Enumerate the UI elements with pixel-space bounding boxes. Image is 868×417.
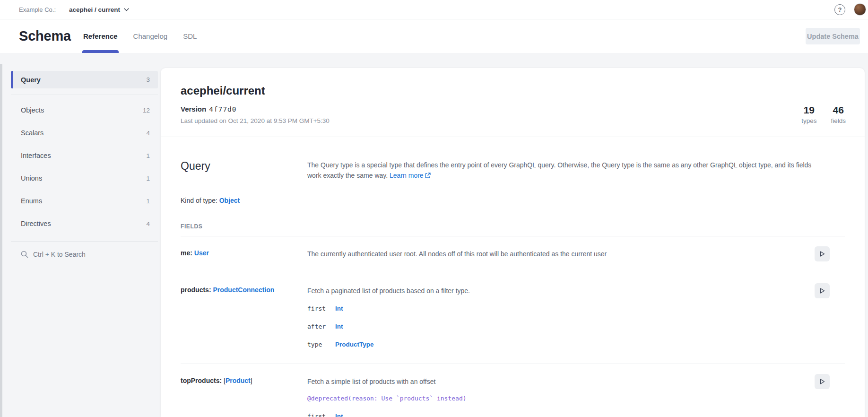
- tab-reference[interactable]: Reference: [82, 19, 119, 53]
- count-badge: 1: [146, 198, 150, 205]
- schema-stats: 19 types 46 fields: [801, 104, 846, 124]
- tab-bar: Reference Changelog SDL: [82, 19, 198, 53]
- graph-version-header: acephei/current Version4f77d0 Last updat…: [161, 68, 865, 137]
- type-description: The Query type is a special type that de…: [307, 160, 845, 181]
- count-badge: 1: [146, 175, 150, 182]
- run-in-explorer-button[interactable]: [815, 374, 830, 389]
- last-updated: Last updated on Oct 21, 2020 at 9:53 PM …: [181, 117, 330, 124]
- search-icon: [21, 251, 28, 258]
- field-description: The currently authenticated user root. A…: [307, 249, 793, 259]
- graph-selector-label: acephei / current: [69, 6, 120, 13]
- argument-row: firstInt: [307, 304, 793, 313]
- count-badge: 4: [146, 130, 150, 137]
- page-header: Schema Reference Changelog SDL Update Sc…: [0, 19, 868, 53]
- sidebar-item-objects[interactable]: Objects 12: [11, 99, 158, 122]
- field-row-topproducts: topProducts: [Product] Fetch a simple li…: [181, 364, 845, 417]
- count-badge: 1: [146, 152, 150, 159]
- field-type-link[interactable]: User: [194, 249, 209, 257]
- field-signature: me: User: [181, 249, 307, 259]
- graph-title: acephei/current: [181, 84, 330, 97]
- kind-value-link[interactable]: Object: [219, 197, 240, 204]
- schema-reference-card: acephei/current Version4f77d0 Last updat…: [161, 68, 865, 417]
- chevron-down-icon: [124, 8, 129, 11]
- arg-type-link[interactable]: Int: [335, 305, 343, 312]
- field-type-link[interactable]: ProductConnection: [213, 286, 274, 294]
- field-description: Fetch a simple list of products with an …: [307, 377, 793, 386]
- graph-selector-dropdown[interactable]: acephei / current: [69, 6, 129, 13]
- field-description: Fetch a paginated list of products based…: [307, 286, 793, 295]
- kind-of-type: Kind of type: Object: [181, 197, 845, 204]
- sidebar-item-enums[interactable]: Enums 1: [11, 190, 158, 212]
- external-link-icon: [425, 171, 431, 181]
- left-scrollbar[interactable]: [0, 64, 2, 417]
- fields-heading: FIELDS: [181, 223, 845, 230]
- search-trigger[interactable]: Ctrl + K to Search: [11, 251, 158, 258]
- argument-row: typeProductType: [307, 339, 793, 349]
- sidebar-item-query[interactable]: Query 3: [11, 71, 158, 88]
- version-hash: 4f77d0: [209, 105, 236, 113]
- run-in-explorer-button[interactable]: [815, 283, 830, 298]
- sidebar-item-directives[interactable]: Directives 4: [11, 212, 158, 235]
- argument-row: firstInt: [307, 411, 793, 417]
- type-section-query: Query The Query type is a special type t…: [161, 137, 865, 417]
- count-badge: 12: [143, 107, 150, 114]
- divider: [11, 95, 158, 95]
- count-badge: 4: [146, 220, 150, 227]
- field-row-me: me: User The currently authenticated use…: [181, 236, 845, 273]
- play-icon: [819, 378, 825, 385]
- play-icon: [819, 287, 825, 294]
- org-label: Example Co.:: [19, 6, 56, 13]
- field-signature: topProducts: [Product]: [181, 377, 307, 417]
- tab-sdl[interactable]: SDL: [182, 19, 198, 53]
- argument-row: afterInt: [307, 321, 793, 331]
- page-title: Schema: [19, 28, 71, 44]
- schema-nav-sidebar: Query 3 Objects 12 Scalars 4 Interfaces …: [11, 71, 158, 258]
- stat-fields: 46 fields: [831, 104, 846, 124]
- learn-more-link[interactable]: Learn more: [390, 172, 424, 179]
- stat-types: 19 types: [801, 104, 816, 124]
- field-signature: products: ProductConnection: [181, 286, 307, 349]
- tab-changelog[interactable]: Changelog: [132, 19, 169, 53]
- field-row-products: products: ProductConnection Fetch a pagi…: [181, 273, 845, 364]
- count-badge: 3: [146, 76, 150, 83]
- version-line: Version4f77d0: [181, 105, 330, 113]
- top-bar: Example Co.: acephei / current ?: [0, 0, 868, 19]
- help-icon[interactable]: ?: [834, 4, 845, 15]
- avatar[interactable]: [854, 3, 866, 16]
- arg-type-link[interactable]: Int: [335, 413, 343, 417]
- sidebar-item-scalars[interactable]: Scalars 4: [11, 122, 158, 144]
- divider: [11, 241, 158, 242]
- content-area: Query 3 Objects 12 Scalars 4 Interfaces …: [0, 53, 868, 417]
- type-name: Query: [181, 160, 307, 181]
- arg-type-link[interactable]: Int: [335, 323, 343, 330]
- run-in-explorer-button[interactable]: [815, 246, 830, 261]
- search-hint: Ctrl + K to Search: [33, 251, 86, 258]
- play-icon: [819, 251, 825, 257]
- update-schema-button[interactable]: Update Schema: [806, 28, 860, 44]
- deprecated-annotation: @deprecated(reason: Use `products` inste…: [307, 394, 793, 403]
- sidebar-item-unions[interactable]: Unions 1: [11, 167, 158, 190]
- arg-type-link[interactable]: ProductType: [335, 341, 374, 348]
- field-type-link[interactable]: Product: [226, 377, 251, 384]
- sidebar-item-interfaces[interactable]: Interfaces 1: [11, 144, 158, 167]
